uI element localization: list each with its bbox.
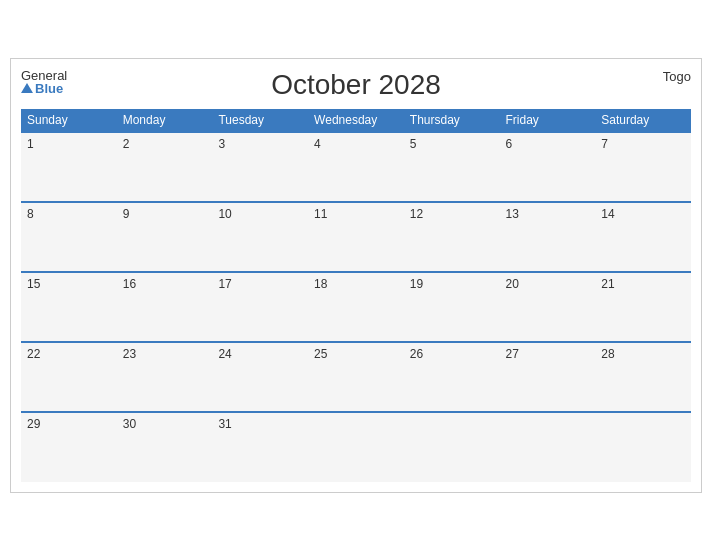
header-tuesday: Tuesday: [212, 109, 308, 132]
calendar-week-row: 891011121314: [21, 202, 691, 272]
day-number: 16: [123, 277, 136, 291]
day-number: 19: [410, 277, 423, 291]
calendar-week-row: 293031: [21, 412, 691, 482]
calendar-day-cell: 25: [308, 342, 404, 412]
calendar-day-cell: [500, 412, 596, 482]
calendar-day-cell: [308, 412, 404, 482]
calendar-day-cell: 9: [117, 202, 213, 272]
day-number: 24: [218, 347, 231, 361]
header-monday: Monday: [117, 109, 213, 132]
calendar-day-cell: 31: [212, 412, 308, 482]
calendar-day-cell: 18: [308, 272, 404, 342]
day-number: 23: [123, 347, 136, 361]
calendar-week-row: 1234567: [21, 132, 691, 202]
calendar-day-cell: 12: [404, 202, 500, 272]
calendar-header: General Blue October 2028 Togo: [21, 69, 691, 101]
calendar: General Blue October 2028 Togo Sunday Mo…: [10, 58, 702, 493]
day-number: 9: [123, 207, 130, 221]
header-saturday: Saturday: [595, 109, 691, 132]
day-number: 3: [218, 137, 225, 151]
day-number: 4: [314, 137, 321, 151]
calendar-week-row: 15161718192021: [21, 272, 691, 342]
calendar-day-cell: 8: [21, 202, 117, 272]
country-label: Togo: [663, 69, 691, 84]
header-sunday: Sunday: [21, 109, 117, 132]
day-number: 10: [218, 207, 231, 221]
calendar-day-cell: 13: [500, 202, 596, 272]
day-number: 2: [123, 137, 130, 151]
calendar-day-cell: 14: [595, 202, 691, 272]
calendar-day-cell: 15: [21, 272, 117, 342]
calendar-title: October 2028: [271, 69, 441, 101]
day-number: 22: [27, 347, 40, 361]
day-number: 21: [601, 277, 614, 291]
day-number: 20: [506, 277, 519, 291]
day-number: 14: [601, 207, 614, 221]
calendar-day-cell: 22: [21, 342, 117, 412]
day-number: 6: [506, 137, 513, 151]
calendar-day-cell: 4: [308, 132, 404, 202]
calendar-day-cell: 16: [117, 272, 213, 342]
day-number: 18: [314, 277, 327, 291]
calendar-day-cell: 27: [500, 342, 596, 412]
calendar-day-cell: 20: [500, 272, 596, 342]
calendar-day-cell: 3: [212, 132, 308, 202]
calendar-day-cell: 6: [500, 132, 596, 202]
day-number: 13: [506, 207, 519, 221]
calendar-day-cell: 7: [595, 132, 691, 202]
calendar-day-cell: [404, 412, 500, 482]
header-thursday: Thursday: [404, 109, 500, 132]
logo-triangle-icon: [21, 83, 33, 93]
calendar-day-cell: [595, 412, 691, 482]
day-number: 11: [314, 207, 327, 221]
calendar-day-cell: 21: [595, 272, 691, 342]
day-number: 1: [27, 137, 34, 151]
calendar-day-cell: 26: [404, 342, 500, 412]
calendar-day-cell: 17: [212, 272, 308, 342]
header-wednesday: Wednesday: [308, 109, 404, 132]
calendar-day-cell: 28: [595, 342, 691, 412]
calendar-week-row: 22232425262728: [21, 342, 691, 412]
calendar-day-cell: 2: [117, 132, 213, 202]
calendar-day-cell: 10: [212, 202, 308, 272]
calendar-day-cell: 1: [21, 132, 117, 202]
day-number: 27: [506, 347, 519, 361]
calendar-day-cell: 29: [21, 412, 117, 482]
calendar-day-cell: 19: [404, 272, 500, 342]
day-number: 30: [123, 417, 136, 431]
day-number: 7: [601, 137, 608, 151]
calendar-day-cell: 11: [308, 202, 404, 272]
day-number: 5: [410, 137, 417, 151]
day-number: 25: [314, 347, 327, 361]
day-number: 26: [410, 347, 423, 361]
day-number: 17: [218, 277, 231, 291]
calendar-table: Sunday Monday Tuesday Wednesday Thursday…: [21, 109, 691, 482]
logo-general-text: General: [21, 69, 67, 82]
header-friday: Friday: [500, 109, 596, 132]
day-number: 12: [410, 207, 423, 221]
logo-blue-text: Blue: [21, 82, 67, 95]
weekday-header-row: Sunday Monday Tuesday Wednesday Thursday…: [21, 109, 691, 132]
logo: General Blue: [21, 69, 67, 95]
day-number: 28: [601, 347, 614, 361]
calendar-day-cell: 24: [212, 342, 308, 412]
day-number: 8: [27, 207, 34, 221]
calendar-day-cell: 23: [117, 342, 213, 412]
calendar-day-cell: 30: [117, 412, 213, 482]
day-number: 29: [27, 417, 40, 431]
calendar-day-cell: 5: [404, 132, 500, 202]
day-number: 15: [27, 277, 40, 291]
day-number: 31: [218, 417, 231, 431]
